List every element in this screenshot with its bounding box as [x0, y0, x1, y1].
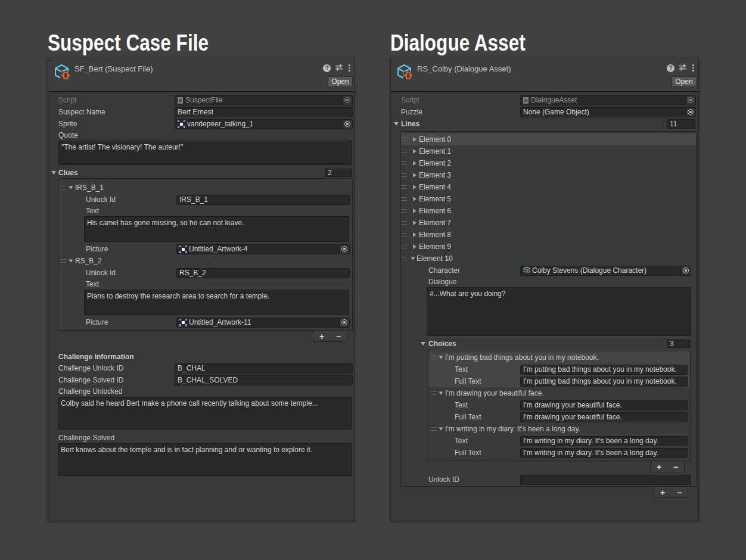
script-field[interactable]: SuspectFile [175, 95, 353, 105]
picture-field[interactable]: Untitled_Artwork-11 [176, 318, 350, 328]
choice-text-field[interactable]: I'm putting bad things about you in my n… [520, 365, 688, 375]
foldout-arrow-icon[interactable] [413, 185, 416, 189]
element-row[interactable]: Element 2 [401, 157, 696, 169]
drag-handle-icon[interactable] [401, 209, 407, 213]
challenge-solved-field[interactable]: B_CHAL_SOLVED [175, 375, 353, 385]
choices-count-field[interactable]: 3 [667, 340, 691, 348]
kebab-menu-icon[interactable] [347, 64, 352, 71]
choice-item-header[interactable]: I'm drawing your beautiful face. [428, 387, 690, 399]
element-row[interactable]: Element 4 [401, 181, 696, 193]
element-row[interactable]: Element 6 [401, 205, 696, 217]
element-row[interactable]: Element 7 [401, 217, 696, 229]
unlock-id-field[interactable]: IRS_B_1 [176, 195, 350, 205]
quote-textarea[interactable]: "The artist! The visionary! The auteur!" [58, 141, 352, 165]
object-picker-icon[interactable] [339, 318, 349, 327]
unlock-id-field[interactable]: RS_B_2 [176, 268, 350, 278]
add-element-button[interactable]: + [653, 463, 665, 471]
drag-handle-icon[interactable] [401, 173, 407, 177]
element-row[interactable]: Element 3 [401, 169, 696, 181]
foldout-arrow-icon[interactable] [394, 118, 399, 130]
object-picker-icon[interactable] [685, 108, 695, 117]
drag-handle-icon[interactable] [401, 245, 407, 248]
drag-handle-icon[interactable] [431, 427, 437, 431]
foldout-arrow-icon[interactable] [413, 220, 416, 225]
challenge-solved-textarea[interactable]: Bert knows about the temple and is in fa… [58, 443, 352, 476]
picture-field[interactable]: Untitled_Artwork-4 [176, 244, 350, 254]
foldout-arrow-icon[interactable] [69, 182, 73, 194]
foldout-arrow-icon[interactable] [439, 391, 443, 395]
script-field[interactable]: DialogueAsset [520, 95, 696, 105]
object-picker-icon[interactable] [342, 120, 352, 129]
add-element-button[interactable]: + [657, 489, 669, 497]
lines-count-field[interactable]: 11 [667, 119, 695, 129]
foldout-arrow-icon[interactable] [413, 244, 416, 249]
drag-handle-icon[interactable] [401, 221, 407, 225]
clue-item-header[interactable]: IRS_B_1 [58, 182, 352, 194]
element-row[interactable]: Element 0 [401, 133, 696, 145]
foldout-arrow-icon[interactable] [413, 161, 416, 166]
foldout-arrow-icon[interactable] [439, 427, 443, 431]
choice-fulltext-field[interactable]: I'm putting bad things about you in my n… [520, 377, 688, 387]
help-icon[interactable]: ? [323, 64, 331, 72]
foldout-arrow-icon[interactable] [439, 356, 443, 359]
drag-handle-icon[interactable] [401, 185, 407, 189]
drag-handle-icon[interactable] [60, 259, 66, 263]
foldout-arrow-icon[interactable] [411, 257, 415, 260]
foldout-arrow-icon[interactable] [413, 197, 416, 201]
puzzle-field[interactable]: None (Game Object) [520, 107, 696, 117]
remove-element-button[interactable]: − [673, 489, 685, 497]
choice-item-header[interactable]: I'm putting bad things about you in my n… [428, 351, 690, 363]
challenge-unlock-field[interactable]: B_CHAL [175, 363, 353, 374]
choice-text-field[interactable]: I'm drawing your beautiful face. [520, 400, 688, 410]
object-picker-icon[interactable] [685, 96, 695, 105]
drag-handle-icon[interactable] [401, 138, 407, 141]
kebab-menu-icon[interactable] [691, 64, 695, 71]
presets-icon[interactable] [335, 63, 343, 73]
clue-text-area[interactable]: Plans to destroy the research area to se… [84, 290, 349, 315]
foldout-arrow-icon[interactable] [413, 149, 416, 154]
clue-text-area[interactable]: His camel has gone missing, so he can no… [84, 216, 349, 242]
remove-element-button[interactable]: − [332, 332, 344, 341]
help-icon[interactable]: ? [667, 64, 674, 72]
object-picker-icon[interactable] [680, 266, 691, 275]
object-picker-icon[interactable] [342, 96, 352, 105]
element-row[interactable]: Element 5 [401, 193, 696, 205]
foldout-arrow-icon[interactable] [413, 209, 416, 213]
remove-element-button[interactable]: − [670, 463, 682, 471]
choice-fulltext-field[interactable]: I'm drawing your beautiful face. [520, 412, 688, 422]
element-row[interactable]: Element 1 [401, 145, 696, 157]
drag-handle-icon[interactable] [431, 356, 437, 359]
clue-item-header[interactable]: RS_B_2 [58, 255, 352, 267]
choices-foldout-row[interactable]: Choices 3 [401, 338, 696, 349]
drag-handle-icon[interactable] [431, 391, 437, 395]
drag-handle-icon[interactable] [401, 197, 407, 201]
foldout-arrow-icon[interactable] [413, 173, 416, 178]
choice-text-field[interactable]: I'm writing in my diary. It's been a lon… [520, 436, 688, 446]
drag-handle-icon[interactable] [401, 257, 407, 260]
choice-item-header[interactable]: I'm writing in my diary. It's been a lon… [428, 423, 690, 435]
challenge-unlocked-textarea[interactable]: Colby said he heard Bert make a phone ca… [58, 397, 352, 430]
foldout-arrow-icon[interactable] [51, 167, 56, 178]
foldout-arrow-icon[interactable] [421, 338, 425, 349]
clues-foldout-row[interactable]: Clues 2 [48, 167, 355, 178]
clues-count-field[interactable]: 2 [325, 169, 352, 177]
object-picker-icon[interactable] [339, 245, 349, 254]
element-row[interactable]: Element 9 [401, 241, 696, 253]
foldout-arrow-icon[interactable] [69, 255, 73, 267]
choice-fulltext-field[interactable]: I'm writing in my diary. It's been a lon… [520, 448, 688, 458]
drag-handle-icon[interactable] [60, 186, 66, 189]
dialogue-textarea[interactable]: #...What are you doing? [427, 287, 691, 336]
drag-handle-icon[interactable] [401, 233, 407, 237]
drag-handle-icon[interactable] [401, 161, 407, 165]
foldout-arrow-icon[interactable] [413, 137, 416, 142]
lines-foldout-row[interactable]: Lines 11 [391, 118, 698, 130]
sprite-field[interactable]: vandepeer_talking_1 [175, 119, 353, 129]
open-button[interactable]: Open [328, 76, 353, 87]
character-field[interactable]: Colby Stevens (Dialogue Character) [520, 266, 691, 276]
drag-handle-icon[interactable] [401, 150, 407, 153]
open-button[interactable]: Open [672, 76, 697, 87]
element-row[interactable]: Element 8 [401, 229, 696, 241]
unlock-id-field[interactable] [520, 475, 691, 485]
presets-icon[interactable] [679, 63, 687, 73]
suspect-name-field[interactable]: Bert Ernest [175, 107, 353, 117]
